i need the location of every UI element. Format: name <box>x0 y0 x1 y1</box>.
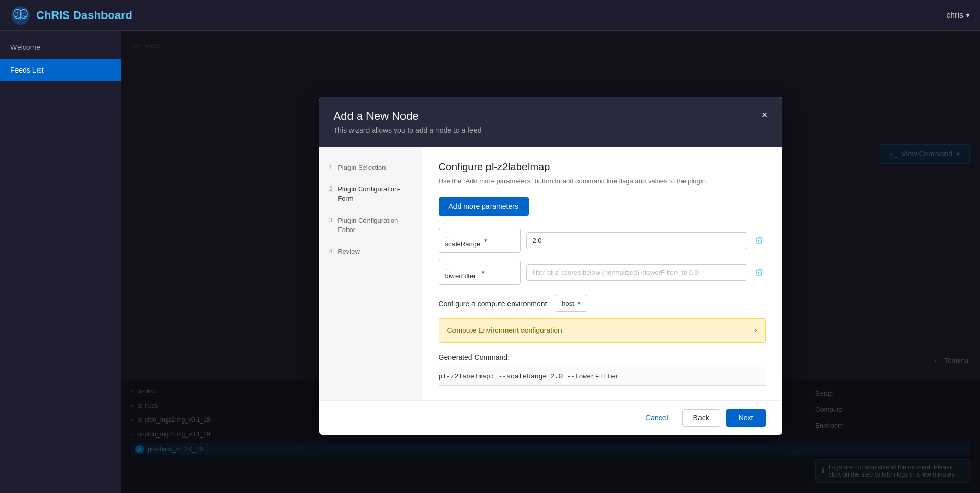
modal-header: Add a New Node This wizard allows you to… <box>319 97 782 147</box>
topnav: ChRIS Dashboard chris ▾ <box>0 0 980 31</box>
sidebar-item-feeds-list[interactable]: Feeds List <box>0 59 121 81</box>
content-area: My feeds ›_ View Command ▾ ▪ pl-dirco ▪ … <box>121 31 980 493</box>
param-flag-select-2[interactable]: --lowerFilter ▾ <box>439 260 521 285</box>
main-layout: Welcome Feeds List My feeds ›_ View Comm… <box>0 31 980 493</box>
delete-param-2-button[interactable] <box>752 266 766 279</box>
modal-overlay: Add a New Node This wizard allows you to… <box>121 31 980 493</box>
compute-config-text: Compute Environment configuration <box>447 326 562 334</box>
back-button[interactable]: Back <box>682 409 720 427</box>
chevron-down-icon-2: ▾ <box>482 269 514 276</box>
brain-icon <box>10 5 31 26</box>
form-subtitle: Use the "Add more parameters" button to … <box>439 177 766 185</box>
modal-body: 1 Plugin Selection 2 Plugin Configuratio… <box>319 147 782 400</box>
username-label: chris <box>946 11 964 20</box>
param-value-input-1[interactable] <box>526 232 747 249</box>
add-parameters-button[interactable]: Add more parameters <box>439 197 529 216</box>
chevron-right-icon: › <box>754 326 757 335</box>
compute-config-bar[interactable]: Compute Environment configuration › <box>439 318 766 343</box>
topnav-left: ChRIS Dashboard <box>10 5 132 26</box>
chevron-down-icon: ▾ <box>484 237 514 244</box>
cancel-button[interactable]: Cancel <box>637 409 676 427</box>
generated-command-label: Generated Command: <box>439 353 766 361</box>
trash-icon <box>755 236 764 245</box>
modal-footer: Cancel Back Next <box>319 400 782 435</box>
param-row-1: --scaleRange ▾ <box>439 228 766 253</box>
wizard-step-4[interactable]: 4 Review <box>319 241 422 262</box>
modal-title: Add a New Node <box>334 110 482 123</box>
generated-command-code: pl-z2labelmap: --scaleRange 2.0 --lowerF… <box>439 367 766 386</box>
sidebar: Welcome Feeds List <box>0 31 121 493</box>
generated-command-section: Generated Command: pl-z2labelmap: --scal… <box>439 353 766 386</box>
modal-header-text: Add a New Node This wizard allows you to… <box>334 110 482 134</box>
user-dropdown[interactable]: chris ▾ <box>946 10 970 20</box>
trash-icon-2 <box>755 268 764 277</box>
compute-env-chevron-icon: ▾ <box>577 300 581 307</box>
wizard-step-3[interactable]: 3 Plugin Configuration-Editor <box>319 210 422 241</box>
param-row-2: --lowerFilter ▾ <box>439 260 766 285</box>
modal-form: Configure pl-z2labelmap Use the "Add mor… <box>422 147 782 400</box>
modal-subtitle: This wizard allows you to add a node to … <box>334 126 482 134</box>
wizard-steps-sidebar: 1 Plugin Selection 2 Plugin Configuratio… <box>319 147 422 400</box>
modal-close-button[interactable]: × <box>762 110 768 120</box>
compute-env-label: Configure a compute environment: <box>439 300 549 308</box>
form-title: Configure pl-z2labelmap <box>439 161 766 173</box>
next-button[interactable]: Next <box>726 409 766 427</box>
wizard-step-2[interactable]: 2 Plugin Configuration-Form <box>319 179 422 209</box>
app-title: ChRIS Dashboard <box>36 9 132 22</box>
delete-param-1-button[interactable] <box>752 234 766 247</box>
param-value-input-2[interactable] <box>526 264 747 281</box>
compute-env-select[interactable]: host ▾ <box>555 295 587 312</box>
param-flag-select-1[interactable]: --scaleRange ▾ <box>439 228 521 253</box>
wizard-step-1[interactable]: 1 Plugin Selection <box>319 157 422 179</box>
user-chevron-icon: ▾ <box>966 10 970 20</box>
sidebar-item-welcome[interactable]: Welcome <box>0 36 121 59</box>
compute-env-row: Configure a compute environment: host ▾ <box>439 295 766 312</box>
modal-dialog: Add a New Node This wizard allows you to… <box>319 97 782 427</box>
